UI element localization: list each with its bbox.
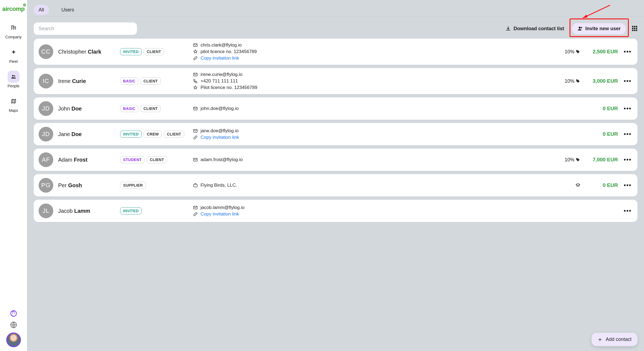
avatar-initials: JD — [39, 127, 53, 141]
person-name: John Doe — [58, 106, 115, 112]
person-name: Per Gosh — [58, 182, 115, 189]
detail-text: jane.doe@flylog.io — [201, 128, 239, 134]
mail-icon — [193, 205, 198, 210]
person-row[interactable]: JD John Doe BASICCLIENT john.doe@flylog.… — [34, 97, 637, 120]
detail-text: Copy invitation link — [201, 211, 239, 217]
person-name: Irene Curie — [58, 78, 115, 84]
row-menu-button[interactable]: ••• — [623, 78, 633, 85]
person-row[interactable]: JL Jacob Lamm INVITED jacob.lamm@flylog.… — [34, 200, 637, 222]
avatar-initials: JD — [39, 101, 53, 116]
sidebar-item-company[interactable]: Company — [0, 20, 27, 41]
avatar-initials: AF — [39, 152, 53, 167]
avatar: CC — [39, 44, 53, 59]
avatar: JL — [39, 204, 53, 218]
person-details: Flying Birds, LLC. — [193, 183, 554, 188]
sidebar-item-fleet[interactable]: Fleet — [0, 45, 27, 65]
mail-icon — [193, 128, 198, 133]
search-input[interactable] — [34, 22, 137, 35]
more-icon: ••• — [624, 78, 632, 84]
person-row[interactable]: AF Adam Frost STUDENTCLIENT adam.frost@f… — [34, 149, 637, 171]
person-tags: BASICCLIENT — [120, 78, 188, 85]
detail-text: adam.frost@flylog.io — [201, 157, 243, 162]
row-menu-button[interactable]: ••• — [623, 48, 633, 55]
amount: 0 EUR — [585, 131, 618, 137]
support-icon[interactable] — [10, 310, 17, 317]
detail-text: Pilot licence no. 123456789 — [201, 85, 257, 90]
more-icon: ••• — [624, 131, 632, 137]
row-menu-button[interactable]: ••• — [623, 105, 633, 112]
row-menu-button[interactable]: ••• — [623, 131, 633, 138]
avatar: AF — [39, 152, 53, 167]
tag-client: CLIENT — [147, 156, 167, 163]
brand-text: aircomp — [2, 5, 24, 12]
detail-phone: +420 711 111 111 — [193, 78, 554, 84]
toolbar: Download contact list Invite new user — [27, 17, 644, 39]
more-icon: ••• — [624, 182, 632, 189]
amount: 0 EUR — [585, 106, 618, 112]
add-contact-button[interactable]: Add contact — [592, 333, 637, 346]
person-details: adam.frost@flylog.io — [193, 157, 554, 162]
detail-mail: chris.clark@flylog.io — [193, 42, 554, 48]
link-icon — [193, 135, 198, 140]
amount: 2,500 EUR — [585, 49, 618, 55]
person-name: Jane Doe — [58, 131, 115, 137]
plus-icon — [598, 337, 602, 342]
avatar-initials: JL — [39, 204, 53, 218]
detail-text: irene.curie@flylog.io — [201, 72, 242, 77]
person-row[interactable]: IC Irene Curie BASICCLIENT irene.curie@f… — [34, 68, 637, 94]
globe-icon[interactable] — [10, 321, 17, 329]
current-user-avatar[interactable] — [6, 332, 21, 347]
brand-logo[interactable]: aircomp ⚙ — [1, 2, 26, 18]
detail-link[interactable]: Copy invitation link — [193, 211, 554, 217]
detail-star: Pilot licence no. 123456789 — [193, 85, 554, 90]
person-name: Jacob Lamm — [58, 208, 115, 214]
avatar: IC — [39, 74, 53, 88]
person-row[interactable]: JD Jane Doe INVITEDCREWCLIENT jane.doe@f… — [34, 123, 637, 145]
detail-text: Copy invitation link — [201, 56, 239, 61]
apps-grid-icon[interactable] — [632, 26, 637, 31]
avatar: JD — [39, 127, 53, 141]
tag-invited: INVITED — [120, 131, 142, 138]
svg-point-1 — [12, 313, 13, 314]
detail-mail: irene.curie@flylog.io — [193, 72, 554, 77]
tag-invited: INVITED — [120, 207, 142, 214]
sidebar-item-label: People — [8, 84, 20, 88]
download-label: Download contact list — [514, 26, 564, 32]
people-list: CC Christopher Clark INVITEDCLIENT chris… — [27, 39, 644, 247]
mail-icon — [193, 157, 198, 162]
detail-mail: jane.doe@flylog.io — [193, 128, 554, 134]
person-row[interactable]: PG Per Gosh SUPPLIER Flying Birds, LLC. … — [34, 174, 637, 196]
person-row[interactable]: CC Christopher Clark INVITEDCLIENT chris… — [34, 39, 637, 65]
row-menu-button[interactable]: ••• — [623, 182, 633, 189]
detail-text: jacob.lamm@flylog.io — [201, 205, 245, 210]
sidebar-item-maps[interactable]: Maps — [0, 94, 27, 114]
download-contact-list-button[interactable]: Download contact list — [502, 24, 567, 34]
sidebar: aircomp ⚙ Company Fleet People Maps — [0, 0, 27, 351]
amount: 7,000 EUR — [585, 157, 618, 163]
tab-users[interactable]: Users — [57, 5, 79, 15]
sidebar-item-people[interactable]: People — [0, 69, 27, 90]
person-details: jane.doe@flylog.io Copy invitation link — [193, 128, 554, 140]
briefcase-icon — [193, 183, 198, 188]
download-icon — [505, 26, 511, 31]
star-icon — [193, 85, 198, 90]
row-menu-button[interactable]: ••• — [623, 207, 633, 214]
invite-new-user-button[interactable]: Invite new user — [572, 23, 626, 34]
more-icon: ••• — [624, 207, 632, 214]
discount-pct: 10% — [559, 78, 580, 84]
detail-text: Copy invitation link — [201, 135, 239, 140]
tag-supplier: SUPPLIER — [120, 182, 146, 189]
tab-all[interactable]: All — [34, 5, 49, 15]
tag-basic: BASIC — [120, 105, 138, 112]
person-tags: STUDENTCLIENT — [120, 156, 188, 163]
detail-text: chris.clark@flylog.io — [201, 42, 242, 48]
detail-link[interactable]: Copy invitation link — [193, 56, 554, 61]
row-menu-button[interactable]: ••• — [623, 156, 633, 163]
detail-link[interactable]: Copy invitation link — [193, 135, 554, 140]
avatar-initials: IC — [39, 74, 53, 88]
sidebar-item-label: Fleet — [9, 59, 18, 64]
tag-client: CLIENT — [164, 131, 184, 138]
detail-star: pilot licence no. 123456789 — [193, 49, 554, 54]
tag-student: STUDENT — [120, 156, 145, 163]
sidebar-nav: Company Fleet People Maps — [0, 20, 27, 114]
